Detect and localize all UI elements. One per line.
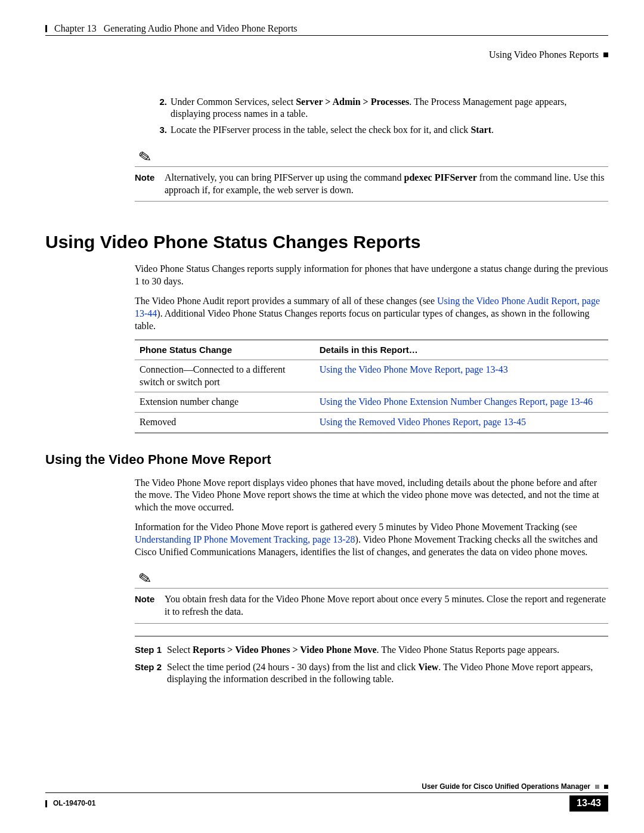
table-header-row: Phone Status Change Details in this Repo…: [135, 340, 608, 360]
step-label: Step 1: [135, 644, 167, 657]
step-2: Step 2 Select the time period (24 hours …: [135, 661, 608, 686]
header-bar-icon: [45, 25, 47, 32]
footer-square-icon: [604, 785, 608, 789]
page-header: Chapter 13 Generating Audio Phone and Vi…: [45, 23, 608, 61]
cell-status: Extension number change: [135, 392, 315, 413]
step-1: Step 1 Select Reports > Video Phones > V…: [135, 644, 608, 657]
step-label: Step 2: [135, 661, 167, 686]
table-row: Extension number change Using the Video …: [135, 392, 608, 413]
procedure-steps: Step 1 Select Reports > Video Phones > V…: [135, 644, 608, 686]
step-number: 2.: [153, 96, 167, 121]
footer-docid: OL-19470-01: [53, 799, 95, 809]
note-label: Note: [135, 172, 156, 184]
link-ext-changes-report[interactable]: Using the Video Phone Extension Number C…: [320, 397, 593, 407]
page-number: 13-43: [569, 795, 608, 812]
table-row: Connection—Connected to a different swit…: [135, 360, 608, 392]
note-text: You obtain fresh data for the Video Phon…: [165, 593, 608, 618]
table-row: Removed Using the Removed Video Phones R…: [135, 413, 608, 433]
step-number: 3.: [153, 124, 167, 137]
paragraph: The Video Phone Audit report provides a …: [135, 295, 608, 332]
note-text: Alternatively, you can bring PIFServer u…: [165, 172, 608, 197]
note-icon-wrap: ✎: [135, 147, 608, 168]
page-footer: User Guide for Cisco Unified Operations …: [45, 782, 608, 812]
cell-status: Connection—Connected to a different swit…: [135, 360, 315, 392]
heading-move-report: Using the Video Phone Move Report: [45, 451, 608, 469]
pencil-icon: ✎: [137, 146, 153, 168]
link-move-report[interactable]: Using the Video Phone Move Report, page …: [320, 364, 508, 374]
pencil-icon: ✎: [137, 568, 153, 590]
step-text: Select the time period (24 hours - 30 da…: [167, 661, 608, 686]
cell-details: Using the Removed Video Phones Report, p…: [315, 413, 608, 433]
note-box: Note Alternatively, you can bring PIFSer…: [135, 166, 608, 202]
steps-rule: [135, 636, 608, 637]
step-text: Locate the PIFserver process in the tabl…: [171, 124, 608, 137]
status-changes-table: Phone Status Change Details in this Repo…: [135, 339, 608, 433]
col-details: Details in this Report…: [315, 340, 608, 360]
ordered-step-2: 2. Under Common Services, select Server …: [153, 96, 608, 121]
link-movement-tracking[interactable]: Understanding IP Phone Movement Tracking…: [135, 534, 355, 544]
step-text: Select Reports > Video Phones > Video Ph…: [167, 644, 608, 657]
note-icon-wrap: ✎: [135, 569, 608, 589]
chapter-label: Chapter 13 Generating Audio Phone and Vi…: [54, 23, 298, 35]
paragraph: Information for the Video Phone Move rep…: [135, 521, 608, 558]
header-square-icon: [603, 52, 608, 57]
link-removed-report[interactable]: Using the Removed Video Phones Report, p…: [320, 417, 526, 427]
col-status-change: Phone Status Change: [135, 340, 315, 360]
page-content: 2. Under Common Services, select Server …: [45, 96, 608, 686]
footer-guide-title: User Guide for Cisco Unified Operations …: [422, 782, 590, 792]
cell-details: Using the Video Phone Move Report, page …: [315, 360, 608, 392]
header-section: Using Video Phones Reports: [489, 49, 599, 61]
note-label: Note: [135, 593, 156, 605]
cell-status: Removed: [135, 413, 315, 433]
heading-status-changes: Using Video Phone Status Changes Reports: [45, 230, 608, 253]
ordered-step-3: 3. Locate the PIFserver process in the t…: [153, 124, 608, 137]
paragraph: The Video Phone Move report displays vid…: [135, 477, 608, 514]
page: Chapter 13 Generating Audio Phone and Vi…: [0, 0, 644, 833]
step-text: Under Common Services, select Server > A…: [171, 96, 608, 121]
note-box: Note You obtain fresh data for the Video…: [135, 588, 608, 624]
footer-square-icon: [595, 785, 599, 789]
paragraph: Video Phone Status Changes reports suppl…: [135, 263, 608, 288]
footer-bar-icon: [45, 800, 47, 807]
cell-details: Using the Video Phone Extension Number C…: [315, 392, 608, 413]
